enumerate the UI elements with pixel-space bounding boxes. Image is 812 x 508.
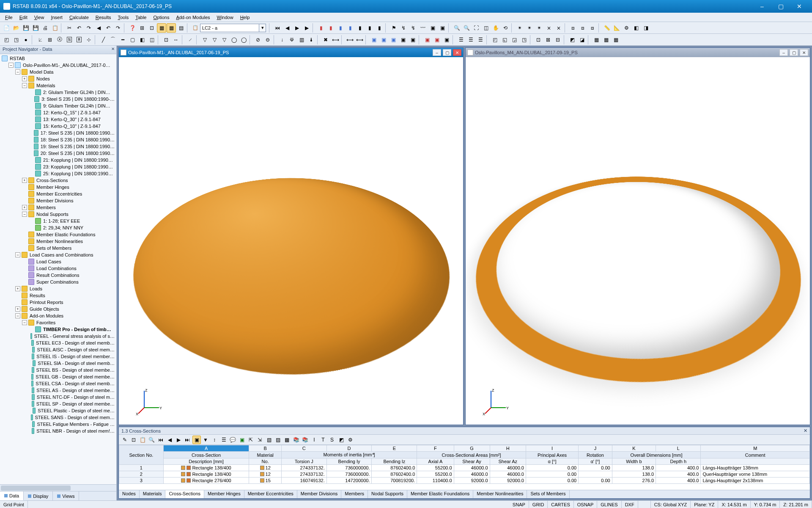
tree-lcc-item[interactable]: Super Combinations (36, 279, 80, 285)
tree-material-item[interactable]: 20: Steel S 235 | DIN 18800:1990… (40, 150, 115, 157)
layout-b-icon[interactable]: ▦ (601, 35, 611, 44)
hinge-icon[interactable]: ⊘ (253, 35, 263, 44)
tree-fav-item[interactable]: STEEL Plastic - Design of steel me… (37, 407, 115, 414)
list-b-icon[interactable]: ☰ (466, 35, 475, 44)
trim-a-icon[interactable]: ⟋ (186, 35, 195, 44)
undo-history-icon[interactable]: ↶ (104, 23, 113, 33)
release-a-icon[interactable]: ◯ (229, 35, 239, 44)
table-row[interactable]: 3 Rectangle 276/40015160749132.147200000… (119, 478, 810, 484)
tb-color-c-icon[interactable]: ▩ (283, 436, 291, 444)
diagram-b-icon[interactable]: ↯ (409, 23, 418, 33)
load-line-icon[interactable]: ⟱ (287, 35, 296, 44)
anim-b-icon[interactable]: ▣ (438, 23, 447, 33)
load-case-selector[interactable]: 📋 ▾ (192, 24, 266, 32)
delete-icon[interactable]: ✖ (321, 35, 330, 44)
tree-mef[interactable]: Member Elastic Foundations (36, 231, 96, 238)
list-a-icon[interactable]: ☰ (456, 35, 466, 44)
extra-a-icon[interactable]: ◧ (631, 23, 641, 33)
tree-fav-item[interactable]: STEEL NTC-DF - Design of steel m… (36, 394, 115, 400)
menu-table[interactable]: Table (132, 14, 150, 21)
view-4-icon[interactable]: ◳ (519, 35, 529, 44)
render-e-icon[interactable]: ▣ (408, 35, 417, 44)
redo-icon[interactable]: ↷ (84, 23, 93, 33)
tb-cfg-icon[interactable]: ⚙ (346, 436, 354, 444)
ecc-icon[interactable]: ⊖ (263, 35, 272, 44)
prev-icon[interactable]: ◀ (283, 23, 292, 33)
zoom-fit-icon[interactable]: ⛶ (472, 23, 481, 33)
view-1-icon[interactable]: ◰ (490, 35, 499, 44)
navigator-icon[interactable]: ⊡ (147, 23, 156, 33)
line-icon[interactable]: ╱ (99, 35, 108, 44)
collapse-icon[interactable]: – (22, 320, 27, 325)
status-toggle-glines[interactable]: GLINES (597, 501, 621, 508)
rotate-icon[interactable]: ⟲ (501, 23, 510, 33)
window-minimize-button[interactable]: – (753, 0, 771, 13)
cross-sections-table[interactable]: Section No.ABCDEFGHIJKLMCross-SectionMat… (119, 445, 810, 490)
tb-find-icon[interactable]: 🔍 (147, 436, 156, 444)
tree-material-item[interactable]: 15: Kerto-Q_10" | Z-9.1-847 (42, 123, 102, 130)
run-icon[interactable]: ▶ (302, 23, 311, 33)
tree-fav-item[interactable]: STEEL CSA - Design of steel memb… (35, 380, 115, 387)
ucs-icon[interactable]: ⟀ (36, 35, 45, 44)
tb-edit-icon[interactable]: ✎ (121, 436, 129, 444)
child-close-icon[interactable]: ✕ (800, 49, 808, 56)
zoom-out-icon[interactable]: 🔍 (462, 23, 471, 33)
tree-nodal-supports[interactable]: Nodal Supports (36, 211, 69, 218)
tree-material-item[interactable]: 2: Glulam Timber GL24h | DIN… (42, 89, 111, 96)
arc-icon[interactable]: ⌒ (108, 35, 118, 44)
surface-icon[interactable]: ▢ (128, 35, 137, 44)
anim-a-icon[interactable]: ▣ (428, 23, 437, 33)
child-min-icon[interactable]: – (433, 49, 441, 56)
properties-icon[interactable]: ⊞ (137, 23, 147, 33)
status-toggle-cartes[interactable]: CARTES (548, 501, 573, 508)
view-xy-icon[interactable]: ◳ (11, 35, 21, 44)
select-d-icon[interactable]: ⨯ (544, 23, 554, 33)
support-b-icon[interactable]: ▽ (210, 35, 219, 44)
axes-icon[interactable]: ⊹ (84, 35, 93, 44)
table-tab-member-divisions[interactable]: Member Divisions (297, 490, 341, 498)
menu-help[interactable]: Help (237, 14, 253, 21)
open-icon[interactable]: 📂 (11, 23, 21, 33)
menu-window[interactable]: Window (214, 14, 237, 21)
tree-material-item[interactable]: 9: Glulam Timber GL24h | DIN… (42, 102, 111, 109)
navigator-hscroll[interactable] (0, 484, 116, 491)
filter-b-icon[interactable]: ⧈ (578, 23, 587, 33)
label-m-icon[interactable]: 🄼 (74, 35, 84, 44)
tb-i-icon[interactable]: I (310, 436, 318, 444)
tree-member-ecc[interactable]: Member Eccentricities (36, 190, 83, 197)
tree-loads[interactable]: Loads (29, 285, 43, 292)
chevron-down-icon[interactable]: ▾ (259, 24, 266, 32)
tree-lcc[interactable]: Load Cases and Combinations (29, 251, 94, 258)
zoom-window-icon[interactable]: ◫ (481, 23, 491, 33)
view-iso-icon[interactable]: ◰ (2, 35, 11, 44)
split-icon[interactable]: ⟷ (331, 35, 340, 44)
navigator-tab-views[interactable]: Views (53, 491, 79, 500)
child-window-left-titlebar[interactable]: Oslo-Pavillon-M1-_AN-DLUBAL_2017-06-19_P… (119, 48, 463, 57)
results-c-icon[interactable]: ▮ (336, 23, 345, 33)
menu-file[interactable]: File (2, 14, 16, 21)
layout-a-icon[interactable]: ▦ (592, 35, 601, 44)
sel-all-icon[interactable]: ⊡ (534, 35, 543, 44)
sel-none-icon[interactable]: ⊠ (543, 35, 553, 44)
tree-som[interactable]: Sets of Members (36, 245, 72, 251)
tree-model-data[interactable]: Model Data (29, 69, 54, 75)
load-point-icon[interactable]: ↓ (277, 35, 287, 44)
list-c-icon[interactable]: ☰ (476, 35, 485, 44)
collapse-icon[interactable]: – (15, 252, 20, 257)
dim-a-icon[interactable]: ⟷ (345, 35, 354, 44)
tree-material-item[interactable]: 3: Steel S 235 | DIN 18800:1990-… (41, 96, 115, 102)
diagram-a-icon[interactable]: ↯ (399, 23, 408, 33)
show-a-icon[interactable]: ▣ (422, 35, 432, 44)
panel-a-icon[interactable]: ▦ (157, 23, 166, 33)
status-toggle-dxf[interactable]: DXF (622, 501, 638, 508)
load-temp-icon[interactable]: 🌡 (307, 35, 316, 44)
pan-icon[interactable]: ✋ (491, 23, 500, 33)
table-tab-member-elastic-foundations[interactable]: Member Elastic Foundations (407, 490, 473, 498)
tree-lcc-item[interactable]: Result Combinations (36, 272, 80, 279)
tb-excel-icon[interactable]: ▣ (238, 436, 246, 444)
view-3-icon[interactable]: ◲ (510, 35, 519, 44)
tb-sel-icon[interactable]: ◩ (337, 436, 346, 444)
tree-root[interactable]: RSTAB (9, 55, 26, 62)
results-a-icon[interactable]: ▮ (316, 23, 326, 33)
results-g-icon[interactable]: ▮ (375, 23, 384, 33)
